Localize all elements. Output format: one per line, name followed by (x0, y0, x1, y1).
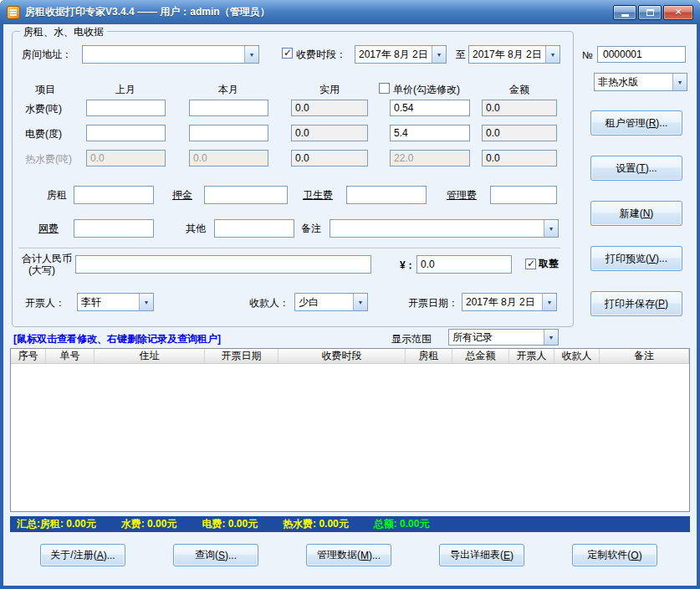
settings-button[interactable]: 设置(T)... (590, 156, 682, 181)
receipt-no-value: 0000001 (603, 49, 642, 60)
electricity-usage-field (291, 125, 368, 141)
custom-software-button[interactable]: 定制软件(O) (572, 544, 657, 566)
column-header-period[interactable]: 收费时段 (278, 349, 406, 363)
new-button[interactable]: 新建(N) (590, 201, 682, 226)
grid-col-amount: 金额 (509, 84, 529, 95)
rent-label: 房租 (47, 189, 67, 201)
grid-col-this-month: 本月 (218, 84, 238, 95)
period-to-date[interactable]: 2017年 8月 2日 ▼ (468, 45, 560, 64)
column-header-remark[interactable]: 备注 (600, 349, 689, 363)
close-button[interactable]: ✕ (663, 5, 693, 20)
dropdown-arrow-icon[interactable]: ▼ (545, 46, 559, 63)
invoice-date-combo[interactable]: 2017年 8月 2日 ▼ (462, 293, 557, 311)
export-detail-button[interactable]: 导出详细表(E) (439, 544, 524, 566)
version-combo[interactable]: 非热水版 ▼ (594, 73, 687, 91)
internet-fee-label[interactable]: 网费 (38, 223, 59, 234)
maximize-icon (646, 9, 654, 16)
drawer-value: 李轩 (78, 295, 139, 310)
water-row-label: 水费(吨) (25, 103, 62, 115)
records-table-body[interactable] (11, 364, 689, 511)
dropdown-arrow-icon[interactable]: ▼ (672, 74, 687, 90)
water-this-month-input[interactable] (189, 100, 268, 116)
unit-price-checkbox[interactable] (379, 83, 390, 94)
dropdown-arrow-icon[interactable]: ▼ (139, 294, 153, 310)
window-title: 房租收据打印专家V3.4.4 —— 用户：admin（管理员） (25, 5, 613, 19)
close-icon: ✕ (674, 8, 682, 17)
water-last-month-input[interactable] (86, 100, 166, 116)
room-address-label: 房间地址： (22, 49, 72, 60)
total-words-label-line2: (大写) (28, 264, 55, 276)
column-header-payee[interactable]: 收款人 (554, 349, 600, 363)
hot-water-row-label: 热水费(吨) (25, 153, 72, 165)
records-hint-text: [鼠标双击查看修改、右键删除记录及查询租户] (13, 332, 221, 346)
water-unit-price-input[interactable] (390, 100, 470, 116)
grid-col-unit-price: 单价(勾选修改) (393, 84, 460, 95)
maximize-button[interactable] (638, 5, 662, 20)
electricity-last-month-input[interactable] (86, 125, 166, 141)
invoice-date-label: 开票日期： (408, 297, 458, 309)
invoice-date-value: 2017年 8月 2日 (462, 295, 542, 310)
remark-combo[interactable]: ▼ (330, 219, 559, 238)
minimize-button[interactable] (613, 5, 636, 20)
about-register-button[interactable]: 关于/注册(A)... (40, 544, 125, 566)
query-button[interactable]: 查询(S)... (173, 544, 258, 566)
payee-combo[interactable]: 少白 ▼ (294, 293, 368, 311)
display-range-value: 所有记录 (449, 330, 544, 345)
deposit-input[interactable] (204, 186, 288, 204)
print-save-button[interactable]: 打印并保存(P) (590, 291, 682, 316)
drawer-combo[interactable]: 李轩 ▼ (77, 293, 154, 311)
separator-line (18, 248, 560, 249)
period-from-value: 2017年 8月 2日 (355, 48, 432, 62)
records-table-header: 序号 单号 住址 开票日期 收费时段 房租 总金额 开票人 收款人 备注 (11, 349, 689, 364)
dropdown-arrow-icon[interactable]: ▼ (544, 220, 558, 237)
internet-fee-input[interactable] (74, 219, 154, 238)
manage-data-button[interactable]: 管理数据(M)... (306, 544, 391, 566)
print-preview-button[interactable]: 打印预览(V)... (590, 246, 682, 271)
receipt-group-title: 房租、水、电收据 (20, 25, 107, 39)
summary-bar: 汇总:房租: 0.00元 水费: 0.00元 电费: 0.00元 热水费: 0.… (10, 516, 690, 532)
hot-water-usage-field (291, 150, 368, 166)
tenant-manage-button[interactable]: 租户管理(R)... (590, 110, 682, 136)
column-header-order-no[interactable]: 单号 (46, 349, 95, 363)
display-range-combo[interactable]: 所有记录 ▼ (448, 329, 559, 346)
grid-col-last-month: 上月 (115, 84, 135, 95)
records-table: 序号 单号 住址 开票日期 收费时段 房租 总金额 开票人 收款人 备注 (10, 348, 690, 512)
column-header-drawer[interactable]: 开票人 (509, 349, 554, 363)
summary-electric: 电费: 0.00元 (202, 517, 258, 531)
dropdown-arrow-icon[interactable]: ▼ (542, 294, 556, 310)
column-header-total[interactable]: 总金额 (452, 349, 509, 363)
client-area: 房租、水、电收据 房间地址： ▼ 收费时段： 2017年 8月 2日 ▼ 至 2… (3, 24, 697, 586)
sanitation-fee-input[interactable] (346, 186, 427, 204)
sanitation-fee-label[interactable]: 卫生费 (303, 189, 333, 201)
rent-input[interactable] (74, 186, 154, 204)
period-checkbox[interactable] (282, 48, 293, 59)
grid-col-item: 项目 (35, 84, 55, 95)
dropdown-arrow-icon[interactable]: ▼ (544, 330, 558, 345)
deposit-label[interactable]: 押金 (172, 189, 192, 201)
hot-water-amount-field (482, 150, 557, 166)
dropdown-arrow-icon[interactable]: ▼ (353, 294, 367, 310)
total-amount-input[interactable] (416, 255, 512, 274)
water-usage-field (291, 100, 368, 116)
app-window: 房租收据打印专家V3.4.4 —— 用户：admin（管理员） ✕ 房租、水、电… (0, 0, 700, 589)
column-header-address[interactable]: 住址 (95, 349, 205, 363)
hot-water-unit-price-input (390, 150, 470, 166)
column-header-date[interactable]: 开票日期 (205, 349, 278, 363)
other-fee-input[interactable] (214, 219, 294, 238)
period-to-label: 至 (456, 49, 466, 60)
summary-water: 水费: 0.00元 (121, 517, 177, 531)
round-checkbox[interactable] (525, 259, 536, 269)
total-words-field (75, 255, 371, 274)
total-words-label-line1: 合计人民币 (22, 253, 72, 264)
management-fee-label[interactable]: 管理费 (447, 189, 477, 201)
dropdown-arrow-icon[interactable]: ▼ (244, 46, 258, 63)
column-header-index[interactable]: 序号 (11, 349, 46, 363)
period-from-date[interactable]: 2017年 8月 2日 ▼ (355, 45, 447, 64)
column-header-rent[interactable]: 房租 (406, 349, 452, 363)
app-icon (7, 6, 20, 19)
electricity-this-month-input[interactable] (189, 125, 268, 141)
dropdown-arrow-icon[interactable]: ▼ (432, 46, 446, 63)
management-fee-input[interactable] (490, 186, 557, 204)
electricity-unit-price-input[interactable] (390, 125, 470, 141)
room-address-combo[interactable]: ▼ (82, 45, 259, 64)
